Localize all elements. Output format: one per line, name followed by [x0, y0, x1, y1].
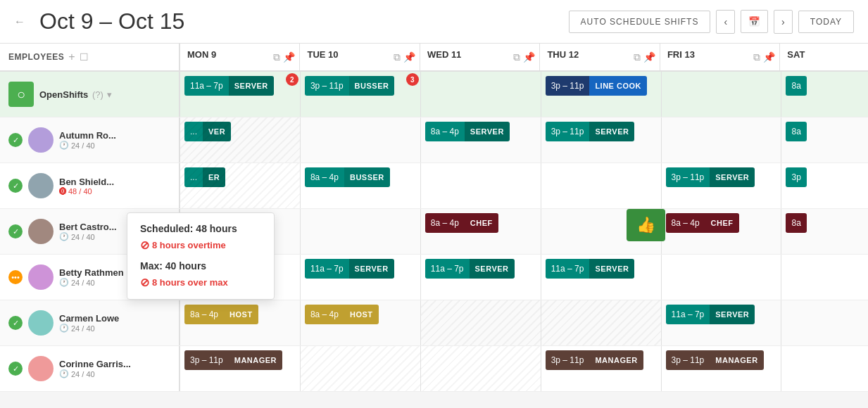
shift-time: 11a – 7p — [666, 305, 710, 324]
open-shifts-toggle[interactable]: ▾ — [107, 89, 112, 100]
carmen-tue[interactable]: 8a – 4p HOST — [300, 300, 420, 345]
shift-badge[interactable]: ... ER — [184, 167, 225, 187]
corinne-status: ✓ — [8, 362, 23, 376]
shift-badge[interactable]: 8a – 4p CHEF — [666, 213, 739, 233]
autumn-wed[interactable]: 8a – 4p SERVER — [420, 117, 541, 162]
shift-badge[interactable]: 3p — [786, 167, 806, 187]
select-all-button[interactable]: ☐ — [80, 51, 89, 63]
bert-sat[interactable]: 8a — [781, 209, 868, 254]
autumn-mon[interactable]: ... VER — [180, 117, 300, 162]
warning-icon: ⓿ — [59, 187, 67, 196]
shift-badge[interactable]: 3p – 11p MANAGER — [666, 350, 764, 370]
pin-icon-fri[interactable]: 📌 — [763, 51, 775, 63]
shift-badge[interactable]: 8a — [786, 76, 806, 96]
auto-schedule-button[interactable]: AUTO SCHEDULE SHIFTS — [569, 11, 711, 33]
shift-role: CHEF — [705, 213, 739, 233]
bert-wed[interactable]: 8a – 4p CHEF — [420, 209, 541, 254]
ben-fri[interactable]: 3p – 11p SERVER — [661, 163, 781, 208]
shift-badge[interactable]: 11a – 7p SERVER — [546, 259, 635, 279]
shift-badge[interactable]: 8a – 4p HOST — [184, 305, 258, 324]
add-employee-button[interactable]: + — [68, 51, 75, 63]
carmen-sat[interactable] — [781, 300, 868, 345]
open-shifts-wed[interactable] — [420, 72, 541, 117]
carmen-avatar — [28, 310, 54, 336]
betty-thu[interactable]: 11a – 7p SERVER — [541, 255, 661, 300]
back-button[interactable]: ← — [14, 15, 25, 28]
shift-badge[interactable]: 8a — [786, 213, 806, 233]
shift-badge[interactable]: 8a – 4p HOST — [305, 305, 379, 324]
pin-icon-thu[interactable]: 📌 — [643, 51, 655, 63]
shift-badge[interactable]: 3p – 11p MANAGER — [546, 350, 643, 370]
header-day-fri: FRI 13 ⧉ 📌 — [660, 44, 779, 70]
carmen-thu[interactable] — [541, 300, 661, 345]
header-day-thu: THU 12 ⧉ 📌 — [539, 44, 659, 70]
open-shifts-mon[interactable]: 11a – 7p SERVER 2 — [180, 72, 300, 117]
employees-column-label: EMPLOYEES — [8, 52, 64, 62]
corinne-tue[interactable] — [300, 346, 420, 391]
open-shifts-label: OpenShifts — [39, 89, 88, 100]
betty-sat[interactable] — [781, 255, 868, 300]
open-shifts-info: OpenShifts (?) ▾ — [39, 89, 112, 100]
ben-thu[interactable] — [541, 163, 661, 208]
shift-badge[interactable]: 8a – 4p CHEF — [425, 213, 498, 233]
employee-row-corinne: ✓ Corinne Garris... 🕐 24 / 40 3p – 11p M… — [0, 346, 868, 392]
copy-icon-wed[interactable]: ⧉ — [513, 51, 520, 63]
betty-wed[interactable]: 11a – 7p SERVER — [420, 255, 541, 300]
shift-badge[interactable]: ... VER — [184, 122, 231, 141]
open-shifts-thu[interactable]: 3p – 11p LINE COOK — [541, 72, 661, 117]
pin-icon[interactable]: 📌 — [283, 51, 295, 63]
prev-week-button[interactable]: ‹ — [716, 10, 735, 34]
pin-icon-tue[interactable]: 📌 — [403, 51, 415, 63]
open-shifts-fri[interactable] — [661, 72, 781, 117]
shift-badge[interactable]: 11a – 7p SERVER — [425, 259, 515, 279]
next-week-button[interactable]: › — [774, 10, 793, 34]
pin-icon-wed[interactable]: 📌 — [523, 51, 535, 63]
corinne-fri[interactable]: 3p – 11p MANAGER — [661, 346, 781, 391]
shift-time: 3p – 11p — [546, 76, 590, 96]
corinne-mon[interactable]: 3p – 11p MANAGER — [180, 346, 300, 391]
autumn-sat[interactable]: 8a — [781, 117, 868, 162]
shift-badge[interactable]: 8a – 4p SERVER — [425, 122, 510, 141]
shift-badge[interactable]: 11a – 7p SERVER — [184, 76, 274, 96]
ben-sat[interactable]: 3p — [781, 163, 868, 208]
carmen-fri[interactable]: 11a – 7p SERVER — [661, 300, 781, 345]
corinne-wed[interactable] — [420, 346, 541, 391]
shift-badge[interactable]: 3p – 11p LINE COOK — [546, 76, 647, 96]
autumn-tue[interactable] — [300, 117, 420, 162]
bert-fri[interactable]: 8a – 4p CHEF — [661, 209, 781, 254]
shift-badge[interactable]: 11a – 7p SERVER — [666, 305, 755, 324]
copy-icon[interactable]: ⧉ — [273, 51, 280, 63]
ben-mon[interactable]: ... ER — [180, 163, 300, 208]
shift-badge[interactable]: 3p – 11p MANAGER — [184, 350, 282, 370]
autumn-thu[interactable]: 3p – 11p SERVER — [541, 117, 661, 162]
shift-role: MANAGER — [710, 350, 763, 370]
open-shifts-sat[interactable]: 8a — [781, 72, 868, 117]
calendar-button[interactable]: 📅 — [741, 10, 768, 33]
copy-icon-fri[interactable]: ⧉ — [753, 51, 760, 63]
today-button[interactable]: TODAY — [798, 11, 854, 33]
ben-wed[interactable] — [420, 163, 541, 208]
corinne-sat[interactable] — [781, 346, 868, 391]
shift-badge[interactable]: 3p – 11p SERVER — [546, 122, 635, 141]
shift-time: 3p – 11p — [184, 350, 229, 370]
copy-icon-tue[interactable]: ⧉ — [394, 51, 401, 63]
autumn-fri[interactable] — [661, 117, 781, 162]
ben-tue[interactable]: 8a – 4p BUSSER — [300, 163, 420, 208]
shift-time: 8a – 4p — [184, 305, 224, 324]
shift-badge[interactable]: 3p – 11p SERVER — [666, 167, 755, 187]
shift-badge[interactable]: 11a – 7p SERVER — [305, 259, 394, 279]
shift-badge[interactable]: 8a – 4p BUSSER — [305, 167, 390, 187]
shift-badge[interactable]: 8a — [786, 122, 806, 141]
carmen-mon[interactable]: 8a – 4p HOST — [180, 300, 300, 345]
open-shifts-tue[interactable]: 3p – 11p BUSSER 3 — [300, 72, 420, 117]
betty-fri[interactable] — [661, 255, 781, 300]
copy-icon-thu[interactable]: ⧉ — [634, 51, 641, 63]
bert-tue[interactable] — [300, 209, 420, 254]
carmen-wed[interactable] — [420, 300, 541, 345]
carmen-info: Carmen Lowe 🕐 24 / 40 — [59, 313, 170, 333]
corinne-thu[interactable]: 3p – 11p MANAGER — [541, 346, 661, 391]
corinne-employee-cell: ✓ Corinne Garris... 🕐 24 / 40 — [0, 346, 180, 391]
shift-badge[interactable]: 3p – 11p BUSSER — [305, 76, 395, 96]
open-shifts-question[interactable]: (?) — [92, 89, 103, 100]
betty-tue[interactable]: 11a – 7p SERVER — [300, 255, 420, 300]
